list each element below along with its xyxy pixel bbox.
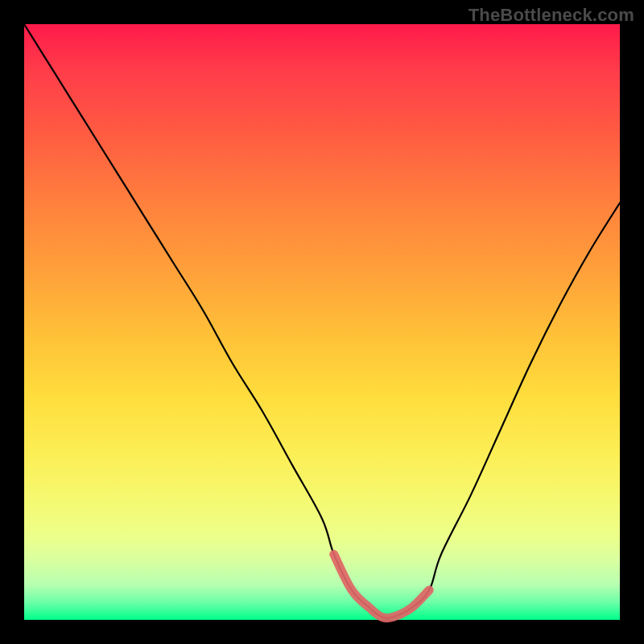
bottleneck-curve xyxy=(24,24,620,618)
watermark-text: TheBottleneck.com xyxy=(469,5,634,26)
plot-area xyxy=(24,24,620,620)
chart-frame: TheBottleneck.com xyxy=(0,0,644,644)
curve-layer xyxy=(24,24,620,620)
near-zero-highlight xyxy=(334,555,429,618)
